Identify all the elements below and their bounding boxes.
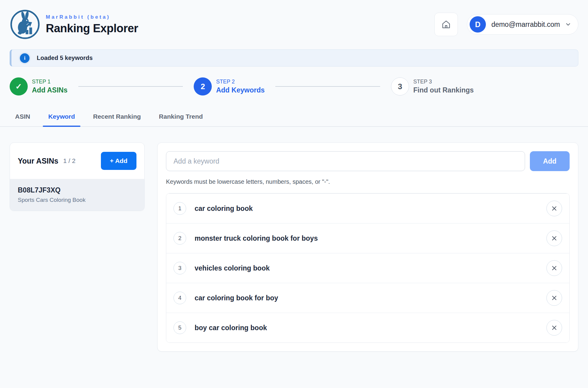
remove-keyword-button[interactable] bbox=[546, 201, 562, 216]
header: MarRabbit (beta) Ranking Explorer D demo… bbox=[10, 0, 578, 45]
asins-count: 1 / 2 bbox=[63, 157, 76, 164]
remove-keyword-button[interactable] bbox=[546, 260, 562, 276]
tab-ranking-trend[interactable]: Ranking Trend bbox=[154, 109, 208, 126]
keyword-text: boy car coloring book bbox=[195, 324, 267, 332]
remove-keyword-button[interactable] bbox=[546, 290, 562, 306]
chevron-down-icon bbox=[565, 21, 571, 28]
keyword-text: car coloring book for boy bbox=[195, 294, 278, 302]
step-number: 2 bbox=[194, 77, 212, 95]
keyword-row: 3 vehicles coloring book bbox=[166, 253, 569, 283]
step-title: Add Keywords bbox=[216, 86, 264, 94]
keyword-list: 1 car coloring book 2 monster truck colo… bbox=[166, 193, 570, 343]
asin-product-name: Sports Cars Coloring Book bbox=[18, 197, 136, 203]
info-banner: i Loaded 5 keywords bbox=[10, 49, 578, 67]
add-asin-button[interactable]: + Add bbox=[101, 152, 136, 170]
keyword-row: 4 car coloring book for boy bbox=[166, 283, 569, 313]
home-icon bbox=[441, 20, 451, 29]
step-1-add-asins: ✓ STEP 1 Add ASINs bbox=[10, 77, 67, 95]
keyword-row: 2 monster truck coloring book for boys bbox=[166, 223, 569, 253]
keyword-panel: Add Keywords must be lowercase letters, … bbox=[157, 142, 578, 352]
brand-block: MarRabbit (beta) Ranking Explorer bbox=[46, 14, 138, 35]
step-label: STEP 2 bbox=[216, 79, 264, 85]
asin-code: B08L7JF3XQ bbox=[18, 186, 136, 194]
home-button[interactable] bbox=[434, 13, 458, 36]
tab-asin[interactable]: ASIN bbox=[10, 109, 36, 126]
tab-bar: ASIN Keyword Recent Ranking Ranking Tren… bbox=[0, 109, 588, 127]
step-label: STEP 3 bbox=[413, 79, 474, 85]
step-number: 3 bbox=[391, 77, 409, 95]
close-icon bbox=[551, 294, 558, 302]
marrabbit-logo-icon bbox=[10, 9, 40, 40]
page-title: Ranking Explorer bbox=[46, 22, 138, 35]
info-icon: i bbox=[20, 53, 30, 63]
step-connector bbox=[275, 86, 380, 87]
user-email: demo@marrabbit.com bbox=[491, 20, 560, 29]
keyword-hint: Keywords must be lowercase letters, numb… bbox=[166, 178, 570, 185]
avatar: D bbox=[470, 16, 486, 33]
keyword-row: 1 car coloring book bbox=[166, 193, 569, 223]
step-connector bbox=[78, 86, 183, 87]
keyword-text: vehicles coloring book bbox=[195, 264, 270, 272]
close-icon bbox=[551, 324, 558, 331]
step-title: Add ASINs bbox=[32, 86, 67, 94]
close-icon bbox=[551, 264, 558, 272]
keyword-number-badge: 2 bbox=[174, 232, 186, 245]
tab-recent-ranking[interactable]: Recent Ranking bbox=[88, 109, 146, 126]
user-menu[interactable]: D demo@marrabbit.com bbox=[467, 14, 578, 35]
asins-panel-title: Your ASINs bbox=[18, 157, 58, 165]
main-content: Your ASINs 1 / 2 + Add B08L7JF3XQ Sports… bbox=[10, 142, 578, 352]
asin-list-item[interactable]: B08L7JF3XQ Sports Cars Coloring Book bbox=[10, 179, 144, 211]
keyword-text: car coloring book bbox=[195, 205, 253, 213]
keyword-number-badge: 3 bbox=[174, 262, 186, 274]
keyword-row: 5 boy car coloring book bbox=[166, 313, 569, 343]
your-asins-panel: Your ASINs 1 / 2 + Add B08L7JF3XQ Sports… bbox=[10, 142, 145, 211]
check-icon: ✓ bbox=[10, 77, 28, 95]
keyword-number-badge: 4 bbox=[174, 292, 186, 304]
close-icon bbox=[551, 205, 558, 212]
remove-keyword-button[interactable] bbox=[546, 320, 562, 336]
step-indicator: ✓ STEP 1 Add ASINs 2 STEP 2 Add Keywords… bbox=[10, 77, 578, 95]
page: MarRabbit (beta) Ranking Explorer D demo… bbox=[0, 0, 588, 95]
keyword-input[interactable] bbox=[166, 151, 525, 171]
step-3-find-out-rankings: 3 STEP 3 Find out Rankings bbox=[391, 77, 474, 95]
remove-keyword-button[interactable] bbox=[546, 230, 562, 246]
tab-keyword[interactable]: Keyword bbox=[43, 109, 80, 126]
keyword-number-badge: 5 bbox=[174, 321, 186, 334]
close-icon bbox=[551, 235, 558, 242]
keyword-number-badge: 1 bbox=[174, 202, 186, 215]
keyword-text: monster truck coloring book for boys bbox=[195, 234, 318, 242]
step-2-add-keywords: 2 STEP 2 Add Keywords bbox=[194, 77, 264, 95]
step-title: Find out Rankings bbox=[413, 86, 474, 94]
add-keyword-button[interactable]: Add bbox=[530, 151, 570, 171]
brand-name: MarRabbit (beta) bbox=[46, 14, 138, 20]
step-label: STEP 1 bbox=[32, 79, 67, 85]
banner-text: Loaded 5 keywords bbox=[37, 55, 93, 61]
